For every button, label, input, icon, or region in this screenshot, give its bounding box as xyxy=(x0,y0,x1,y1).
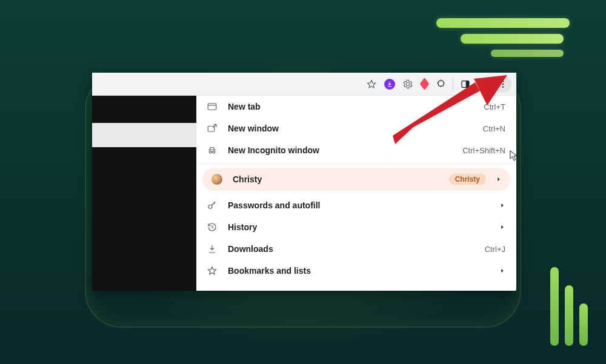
chevron-right-icon xyxy=(499,222,505,232)
menu-item-passwords[interactable]: Passwords and autofill xyxy=(196,194,516,216)
new-window-icon xyxy=(206,122,218,134)
profile-avatar[interactable] xyxy=(476,77,491,91)
chevron-right-icon xyxy=(499,200,505,210)
browser-window: New tab Ctrl+T New window Ctrl+N New Inc… xyxy=(92,73,516,291)
menu-item-downloads[interactable]: Downloads Ctrl+J xyxy=(196,238,516,260)
download-badge-icon[interactable] xyxy=(382,77,397,91)
more-menu-button[interactable] xyxy=(494,76,511,93)
toolbar-icons xyxy=(364,76,511,93)
svg-point-9 xyxy=(208,205,212,208)
background-bars-right xyxy=(550,267,588,346)
menu-item-new-window[interactable]: New window Ctrl+N xyxy=(196,117,516,139)
downloads-icon xyxy=(206,243,218,255)
browser-toolbar xyxy=(92,73,516,96)
menu-item-shortcut: Ctrl+N xyxy=(483,124,505,133)
menu-item-bookmarks[interactable]: Bookmarks and lists xyxy=(196,260,516,282)
menu-item-label: Bookmarks and lists xyxy=(228,266,490,276)
menu-item-label: New window xyxy=(228,124,473,133)
menu-item-profile[interactable]: Christy Christy xyxy=(202,168,510,191)
menu-separator xyxy=(196,164,516,164)
menu-item-label: Passwords and autofill xyxy=(228,200,490,210)
incognito-icon xyxy=(206,144,218,156)
menu-item-label: New tab xyxy=(228,102,474,111)
menu-item-label: Christy xyxy=(233,174,439,184)
menu-item-label: Downloads xyxy=(228,244,475,254)
extensions-puzzle-icon[interactable] xyxy=(433,77,448,91)
svg-point-7 xyxy=(209,151,211,153)
side-panel-icon[interactable] xyxy=(458,77,473,91)
page-left-pane xyxy=(92,96,196,291)
svg-point-2 xyxy=(502,81,504,82)
window-icon xyxy=(206,101,218,113)
menu-item-new-incognito[interactable]: New Incognito window Ctrl+Shift+N xyxy=(196,139,516,161)
chevron-right-icon xyxy=(496,174,502,184)
menu-item-shortcut: Ctrl+J xyxy=(485,245,505,254)
history-icon xyxy=(206,221,218,233)
chrome-main-menu: New tab Ctrl+T New window Ctrl+N New Inc… xyxy=(196,96,516,282)
menu-item-history[interactable]: History xyxy=(196,216,516,238)
bookmark-icon xyxy=(206,265,218,277)
chevron-right-icon xyxy=(499,266,505,276)
svg-point-4 xyxy=(502,86,504,87)
svg-rect-1 xyxy=(466,81,469,87)
background-lines-top xyxy=(424,18,582,67)
settings-gear-icon[interactable] xyxy=(401,77,415,91)
svg-point-8 xyxy=(213,151,215,153)
extension-flag-icon[interactable] xyxy=(419,79,430,90)
page-left-band xyxy=(92,123,196,147)
bookmark-star-icon[interactable] xyxy=(364,77,379,91)
svg-point-3 xyxy=(502,83,504,84)
profile-badge: Christy xyxy=(449,174,486,185)
menu-item-new-tab[interactable]: New tab Ctrl+T xyxy=(196,96,516,117)
profile-avatar-icon xyxy=(211,173,223,185)
omnibox[interactable] xyxy=(104,76,362,93)
toolbar-divider xyxy=(453,78,453,90)
menu-item-shortcut: Ctrl+Shift+N xyxy=(462,146,505,155)
key-icon xyxy=(206,199,218,211)
svg-rect-5 xyxy=(208,104,216,110)
menu-item-label: New Incognito window xyxy=(228,145,453,155)
menu-item-shortcut: Ctrl+T xyxy=(484,102,505,111)
menu-item-label: History xyxy=(228,222,490,232)
